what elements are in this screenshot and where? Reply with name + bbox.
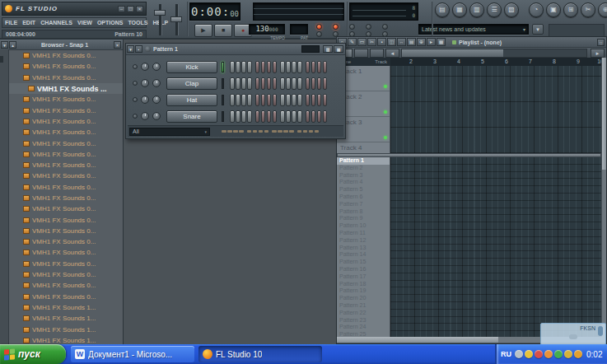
- volume-knob[interactable]: [152, 96, 161, 104]
- tray-icon-red-shield[interactable]: [535, 350, 543, 358]
- step-cell[interactable]: [247, 61, 252, 73]
- step-cell[interactable]: [255, 77, 260, 90]
- mute-tool[interactable]: ◫: [387, 38, 396, 46]
- tray-icon-gray[interactable]: [515, 350, 523, 358]
- step-cell[interactable]: [247, 77, 252, 90]
- draw-tool[interactable]: ✎: [348, 38, 357, 46]
- channel-mute-led[interactable]: [133, 97, 138, 102]
- step-cell[interactable]: [241, 61, 246, 73]
- step-cell[interactable]: [323, 61, 328, 73]
- menu-view[interactable]: VIEW: [75, 18, 95, 27]
- step-cell[interactable]: [306, 61, 311, 73]
- step-cell[interactable]: [292, 94, 296, 106]
- step-cell[interactable]: [323, 77, 328, 90]
- step-cell[interactable]: [297, 77, 302, 90]
- select-tool[interactable]: ▤: [407, 38, 416, 46]
- patterns-grid[interactable]: [390, 157, 601, 338]
- open-mixer-button[interactable]: ▧: [504, 2, 519, 17]
- browser-item[interactable]: VMH1 FX Sounds 0...: [9, 247, 123, 258]
- tray-icon-orange-chat[interactable]: [544, 350, 553, 358]
- open-project-button[interactable]: ▣: [546, 2, 561, 17]
- pattern-row[interactable]: Pattern 16: [337, 266, 390, 273]
- browser-item[interactable]: VMH1 FX Sounds 0...: [9, 269, 123, 280]
- browser-item[interactable]: VMH1 FX Sounds 0...: [9, 149, 123, 160]
- step-cell[interactable]: [292, 61, 296, 73]
- step-cell[interactable]: [317, 110, 322, 123]
- stop-button[interactable]: ■: [214, 24, 232, 37]
- step-cell[interactable]: [273, 110, 278, 123]
- open-playlist-button[interactable]: ▤: [435, 2, 450, 17]
- view-switch-tool[interactable]: ▦: [437, 38, 446, 46]
- playlist-tab-3[interactable]: [370, 49, 384, 58]
- browser-item[interactable]: VMH1 FX Sounds 1...: [9, 313, 123, 324]
- delete-tool[interactable]: ▪: [377, 38, 386, 46]
- step-cell[interactable]: [236, 77, 240, 90]
- channel-mute-led[interactable]: [133, 114, 138, 119]
- browser-item[interactable]: VMH1 FX Sounds 1...: [9, 302, 123, 313]
- channel-rack-window[interactable]: ▾ ▪ Pattern 1 ▥ ▦ KickClapHatSnare All ▾: [125, 43, 346, 139]
- main-pitch-slider[interactable]: [170, 4, 183, 35]
- online-refresh-button[interactable]: ▾: [532, 24, 544, 35]
- channel-button[interactable]: Hat: [166, 94, 217, 106]
- step-cell[interactable]: [292, 77, 296, 90]
- step-cell[interactable]: [261, 94, 266, 106]
- browser-item[interactable]: VMH1 FX Sounds 0...: [9, 236, 123, 247]
- playlist-tab-2[interactable]: [354, 49, 368, 58]
- step-cell[interactable]: [261, 77, 266, 90]
- pattern-row[interactable]: Pattern 13: [337, 245, 390, 252]
- pattern-row[interactable]: Pattern 23: [337, 317, 390, 324]
- pattern-row[interactable]: Pattern 5: [337, 186, 390, 194]
- pan-knob[interactable]: [141, 112, 149, 120]
- pattern-selector[interactable]: Pattern 10: [114, 31, 142, 37]
- step-cell[interactable]: [280, 61, 285, 73]
- browser-titlebar[interactable]: ▾ ▴ Browser - Snap 1 ×: [0, 40, 123, 50]
- step-cell[interactable]: [267, 61, 272, 73]
- tray-icon-gold[interactable]: [564, 350, 572, 358]
- pattern-row[interactable]: Pattern 11: [337, 230, 390, 237]
- scroll-right-button[interactable]: ►: [591, 49, 605, 58]
- step-cell[interactable]: [236, 61, 240, 73]
- graph-editor-button[interactable]: ▥: [323, 45, 333, 53]
- pattern-row[interactable]: Pattern 15: [337, 259, 390, 266]
- browser-item[interactable]: VMH1 FX Sounds 0...: [9, 116, 123, 127]
- browser-item[interactable]: VMH1 FX Sounds 0...: [9, 214, 123, 225]
- paint-tool[interactable]: ▭: [357, 38, 367, 46]
- minimize-button[interactable]: –: [118, 6, 125, 12]
- blend-record-toggle[interactable]: [366, 24, 371, 30]
- pattern-row[interactable]: Pattern 9: [337, 215, 390, 222]
- loop-record-toggle[interactable]: [382, 24, 388, 30]
- slider-thumb[interactable]: [170, 16, 182, 22]
- browser-window[interactable]: ▾ ▴ Browser - Snap 1 × VMH1 FX Sounds 0.…: [0, 40, 124, 344]
- channel-button[interactable]: Clap: [166, 77, 217, 90]
- browser-item[interactable]: VMH1 FX Sounds 0...: [9, 72, 123, 83]
- browser-item[interactable]: VMH1 FX Sounds ...: [9, 83, 123, 94]
- step-cell[interactable]: [292, 110, 296, 123]
- open-browser-button[interactable]: ☰: [487, 2, 502, 17]
- zoom-tool[interactable]: ⊕: [417, 38, 426, 46]
- browser-item[interactable]: VMH1 FX Sounds 0...: [9, 193, 123, 203]
- browser-item[interactable]: VMH1 FX Sounds 0...: [9, 226, 123, 236]
- pattern-row[interactable]: Pattern 3: [337, 172, 390, 180]
- browser-item[interactable]: VMH1 FX Sounds 0...: [9, 61, 123, 72]
- close-icon[interactable]: ×: [136, 6, 143, 12]
- browser-item[interactable]: VMH1 FX Sounds 0...: [9, 292, 123, 302]
- step-cell[interactable]: [247, 110, 252, 123]
- channel-mute-led[interactable]: [133, 81, 138, 86]
- step-cell[interactable]: [317, 61, 322, 73]
- step-cell[interactable]: [230, 61, 235, 73]
- browser-collapse-button[interactable]: ▾: [1, 41, 8, 49]
- rack-menu-button[interactable]: ▾: [127, 45, 134, 53]
- step-cell[interactable]: [241, 94, 246, 106]
- channel-filter-combo[interactable]: All ▾: [129, 128, 210, 136]
- pattern-row[interactable]: Pattern 20: [337, 295, 390, 302]
- step-cell[interactable]: [311, 61, 316, 73]
- menu-tools[interactable]: TOOLS: [125, 18, 150, 27]
- menu-channels[interactable]: CHANNELS: [38, 18, 75, 27]
- step-cell[interactable]: [255, 94, 260, 106]
- browser-up-button[interactable]: ▴: [9, 41, 16, 49]
- step-cell[interactable]: [280, 94, 285, 106]
- cut-button[interactable]: ✂: [581, 2, 595, 17]
- playlist-window[interactable]: ∩✎▭✂▪◫↔▤⊕▸▦ Playlist - (none) □ ◄ ► Time…: [336, 36, 607, 344]
- step-cell[interactable]: [311, 94, 316, 106]
- pattern-row[interactable]: Pattern 19: [337, 287, 390, 295]
